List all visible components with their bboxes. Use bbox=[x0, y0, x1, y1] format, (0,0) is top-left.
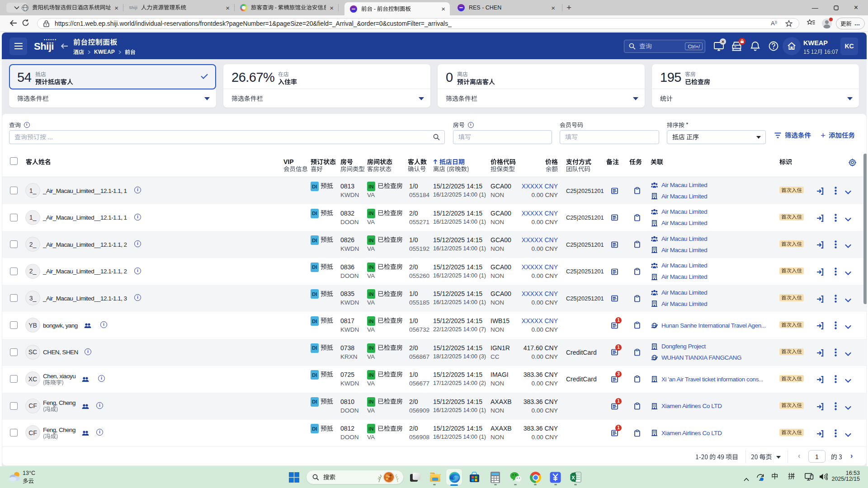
svg-text:X: X bbox=[571, 475, 575, 480]
